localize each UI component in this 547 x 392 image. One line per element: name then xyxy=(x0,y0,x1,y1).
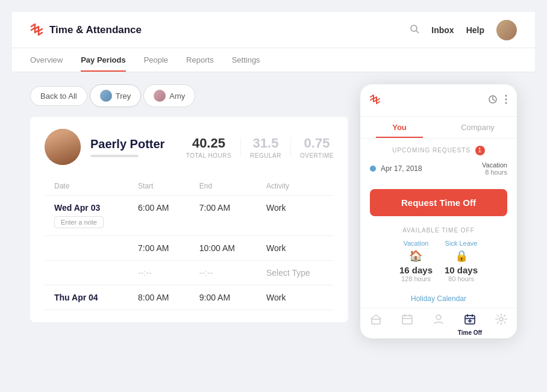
svg-line-1 xyxy=(416,31,419,33)
time-table: Date Start End Activity Wed Apr 03 Enter… xyxy=(45,177,334,310)
mobile-nav-home[interactable] xyxy=(360,313,392,336)
search-icon[interactable] xyxy=(410,24,419,36)
date-cell-empty-2 xyxy=(45,261,128,285)
back-to-all-button[interactable]: Back to All xyxy=(30,86,87,106)
employee-name: Paerly Potter xyxy=(90,137,177,151)
history-icon[interactable] xyxy=(488,95,498,107)
start-time-cell: 6:00 AM xyxy=(128,196,190,236)
app-header: Time & Attendance Inbox Help xyxy=(12,12,535,48)
timeoff-nav-label: Time Off xyxy=(458,329,482,336)
mobile-bottom-nav: Time Off xyxy=(360,308,517,338)
mobile-logo-icon xyxy=(370,93,382,108)
select-type-cell[interactable]: Select Type xyxy=(257,261,334,285)
amy-tab[interactable]: Amy xyxy=(143,84,195,107)
trey-tab[interactable]: Trey xyxy=(90,84,142,107)
mobile-header-icons xyxy=(488,95,507,107)
date-cell: Wed Apr 03 Enter a note xyxy=(45,196,128,236)
date-cell-empty xyxy=(45,236,128,261)
end-time-cell-2: 10:00 AM xyxy=(190,236,257,261)
svg-point-4 xyxy=(505,98,507,100)
enter-note-button[interactable]: Enter a note xyxy=(54,216,104,228)
tab-bar: Back to All Trey Amy xyxy=(30,84,348,107)
mobile-nav-calendar[interactable] xyxy=(392,313,423,336)
employee-name-area: Paerly Potter xyxy=(90,137,177,157)
nav-settings[interactable]: Settings xyxy=(232,48,260,72)
svg-point-0 xyxy=(411,25,417,31)
header-right: Inbox Help xyxy=(410,20,517,40)
vacation-icon: 🏠 xyxy=(399,249,433,263)
employee-progress-bar xyxy=(90,155,139,157)
col-end: End xyxy=(190,177,257,196)
vacation-item: Vacation 🏠 16 days 128 hours xyxy=(399,240,433,282)
upcoming-type: Vacation xyxy=(482,161,507,169)
mobile-nav-user[interactable] xyxy=(423,313,454,336)
stat-total-hours: 40.25 TOTAL HOURS xyxy=(186,135,231,159)
mobile-tab-you[interactable]: You xyxy=(360,117,439,138)
stat-total-hours-value: 40.25 xyxy=(186,135,231,151)
employee-avatar xyxy=(45,129,81,165)
upcoming-date: Apr 17, 2018 xyxy=(381,164,477,173)
upcoming-requests-section: UPCOMING REQUESTS 1 Apr 17, 2018 Vacatio… xyxy=(360,138,517,183)
timeoff-icon xyxy=(464,313,476,328)
sick-leave-item: Sick Leave 🔒 10 days 80 hours xyxy=(445,240,478,282)
sick-type-label: Sick Leave xyxy=(445,240,478,247)
table-row: --:-- --:-- Select Type xyxy=(45,261,334,285)
vacation-days: 16 days xyxy=(399,265,433,275)
mobile-header xyxy=(360,84,517,117)
upcoming-type-hours: Vacation 8 hours xyxy=(482,161,507,176)
mobile-nav-timeoff[interactable]: Time Off xyxy=(454,313,486,336)
upcoming-requests-label: UPCOMING REQUESTS 1 xyxy=(370,146,507,155)
thu-activity: Work xyxy=(257,285,334,310)
sick-days: 10 days xyxy=(445,265,478,275)
thu-end: 9:00 AM xyxy=(190,285,257,310)
amy-avatar xyxy=(154,90,166,102)
stat-regular-label: REGULAR xyxy=(250,152,281,159)
svg-rect-7 xyxy=(402,316,412,324)
col-activity: Activity xyxy=(257,177,334,196)
calendar-icon xyxy=(401,313,413,328)
nav-bar: Overview Pay Periods People Reports Sett… xyxy=(12,48,535,72)
svg-point-5 xyxy=(505,102,507,104)
trey-avatar xyxy=(100,90,112,102)
activity-cell-2: Work xyxy=(257,236,334,261)
upcoming-item: Apr 17, 2018 Vacation 8 hours xyxy=(370,161,507,176)
sick-hours: 80 hours xyxy=(445,275,478,282)
app-title: Time & Attendance xyxy=(49,24,142,36)
help-link[interactable]: Help xyxy=(466,25,484,35)
stat-divider-1 xyxy=(240,138,241,156)
placeholder-end: --:-- xyxy=(190,261,257,285)
upcoming-dot xyxy=(370,166,376,172)
mobile-nav-settings[interactable] xyxy=(486,313,517,336)
holiday-calendar-link[interactable]: Holiday Calendar xyxy=(360,290,517,308)
user-avatar[interactable] xyxy=(496,20,517,40)
more-options-icon[interactable] xyxy=(505,95,507,107)
stat-overtime-value: 0.75 xyxy=(300,135,334,151)
settings-nav-icon xyxy=(495,313,507,328)
nav-overview[interactable]: Overview xyxy=(30,48,63,72)
mobile-tabs: You Company xyxy=(360,117,517,138)
inbox-link[interactable]: Inbox xyxy=(431,25,454,35)
nav-pay-periods[interactable]: Pay Periods xyxy=(81,48,125,72)
date-cell-thu: Thu Apr 04 xyxy=(45,285,128,310)
request-time-off-button[interactable]: Request Time Off xyxy=(370,189,507,216)
table-row: Thu Apr 04 8:00 AM 9:00 AM Work xyxy=(45,285,334,310)
main-area: Back to All Trey Amy Paerly Potte xyxy=(12,72,535,392)
logo-icon xyxy=(30,22,45,39)
logo-area: Time & Attendance xyxy=(30,22,410,39)
activity-cell: Work xyxy=(257,196,334,236)
stat-overtime: 0.75 OVERTIME xyxy=(300,135,334,159)
nav-reports[interactable]: Reports xyxy=(186,48,214,72)
thu-start: 8:00 AM xyxy=(128,285,190,310)
available-label: AVAILABLE TIME OFF xyxy=(370,227,507,234)
nav-people[interactable]: People xyxy=(144,48,168,72)
placeholder-start: --:-- xyxy=(128,261,190,285)
employee-header: Paerly Potter 40.25 TOTAL HOURS 31.5 REG… xyxy=(45,129,334,165)
upcoming-badge: 1 xyxy=(475,146,485,155)
col-date: Date xyxy=(45,177,128,196)
employee-card: Paerly Potter 40.25 TOTAL HOURS 31.5 REG… xyxy=(30,117,348,322)
available-time-off-section: AVAILABLE TIME OFF Vacation 🏠 16 days 12… xyxy=(360,222,517,290)
sick-icon: 🔒 xyxy=(445,249,478,263)
mobile-panel: You Company UPCOMING REQUESTS 1 Apr 17, … xyxy=(360,84,517,338)
table-row: Wed Apr 03 Enter a note 6:00 AM 7:00 AM … xyxy=(45,196,334,236)
mobile-tab-company[interactable]: Company xyxy=(439,117,517,138)
